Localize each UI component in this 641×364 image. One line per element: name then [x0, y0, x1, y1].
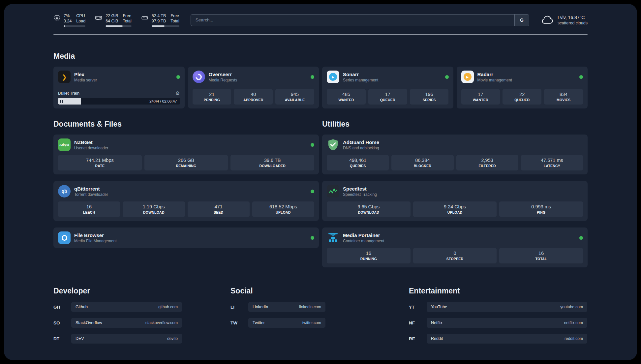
- stat-label: FILTERED: [479, 164, 496, 168]
- bookmark-row-twitter: TW Twitter twitter.com: [230, 318, 325, 328]
- app-subtitle: Media Requests: [209, 77, 237, 83]
- bookmark-abbr: RE: [409, 336, 427, 341]
- stat-label: AVAILABLE: [285, 98, 305, 103]
- stat-label: QUEUED: [514, 98, 530, 103]
- bookmark-link-dev[interactable]: DEV dev.to: [71, 334, 182, 344]
- bookmark-abbr: TW: [230, 320, 248, 325]
- overseerr-icon: [193, 71, 205, 83]
- bookmark-url: netflix.com: [564, 320, 583, 325]
- stat-value: 744.21 Mbps: [86, 157, 114, 164]
- cpu-chip-icon: [53, 14, 61, 21]
- bookmark-url: stackoverflow.com: [145, 320, 178, 325]
- gear-icon[interactable]: ⚙: [175, 91, 180, 96]
- stat-value: 0.993 ms: [531, 204, 551, 210]
- stat-label: WANTED: [339, 98, 354, 103]
- section-title-utilities: Utilities: [322, 120, 588, 129]
- disk-meter: [152, 25, 179, 27]
- cpu-meter-fill: [64, 25, 65, 27]
- app-card-speedtest[interactable]: Speedtest Speedtest Tracking 9.65 Gbps D…: [322, 181, 588, 221]
- app-subtitle: Movie management: [477, 77, 512, 83]
- bookmark-link-stackoverflow[interactable]: StackOverflow stackoverflow.com: [71, 318, 182, 328]
- adguard-icon: [327, 138, 339, 151]
- stat-value: 16: [538, 250, 544, 257]
- app-card-plex[interactable]: ❯ Plex Media server Bullet Train ⚙: [53, 67, 185, 108]
- app-card-nzbget[interactable]: nzbget NZBGet Usenet downloader 744.21 M…: [53, 135, 319, 174]
- bookmark-row-netflix: NF Netflix netflix.com: [409, 318, 587, 328]
- bookmark-link-github[interactable]: Github github.com: [71, 302, 182, 312]
- app-card-portainer[interactable]: Media Portainer Container management 16 …: [322, 228, 588, 267]
- status-dot: [311, 236, 314, 240]
- cloud-icon: [540, 15, 554, 25]
- app-card-qbittorrent[interactable]: qb qBittorrent Torrent downloader 16 LEE…: [53, 181, 319, 221]
- stat-value: 22: [519, 91, 525, 98]
- bookmark-link-linkedin[interactable]: LinkedIn linkedin.com: [248, 302, 325, 312]
- sonarr-icon: ▶: [327, 71, 339, 83]
- app-card-sonarr[interactable]: ▶ Sonarr Series management 485 WANTED 17: [322, 67, 453, 108]
- app-card-radarr[interactable]: ▶ Radarr Movie management 17 WANTED 22: [457, 67, 588, 108]
- bookmark-row-reddit: RE Reddit reddit.com: [409, 334, 587, 344]
- app-card-adguard[interactable]: AdGuard Home DNS and adblocking 498,461 …: [322, 135, 588, 174]
- stat-label: SERIES: [423, 98, 436, 103]
- section-title-developer: Developer: [53, 287, 182, 295]
- app-name: AdGuard Home: [343, 139, 379, 145]
- stat-tile: 17 WANTED: [461, 89, 500, 105]
- stat-tile: 17 QUEUED: [368, 89, 407, 105]
- stat-value: 17: [385, 91, 390, 98]
- stat-tile: 498,461 QUERIES: [327, 155, 389, 170]
- playback-progress-fill: [58, 98, 81, 105]
- stat-tile: 485 WANTED: [327, 89, 366, 105]
- now-playing-title: Bullet Train: [58, 91, 79, 96]
- stat-label: QUERIES: [350, 164, 366, 168]
- stat-tile: 266 GB REMAINING: [144, 155, 228, 170]
- bookmark-abbr: SO: [53, 320, 71, 325]
- playback-progress-bar[interactable]: 24:44 / 02:06:47: [58, 98, 180, 105]
- system-monitors: 7% 3.24 CPU Load: [53, 13, 179, 27]
- status-dot: [311, 75, 314, 79]
- cpu-percent: 7%: [64, 13, 72, 18]
- stat-label: PING: [537, 210, 545, 215]
- section-title-entertainment: Entertainment: [409, 287, 587, 295]
- ram-total: 64 GiB: [106, 18, 118, 24]
- pause-icon[interactable]: [60, 100, 63, 103]
- bookmark-row-stackoverflow: SO StackOverflow stackoverflow.com: [53, 318, 182, 328]
- search-bar: G: [191, 14, 529, 26]
- bookmark-url: github.com: [158, 305, 178, 309]
- stat-tile: 16 LEECH: [58, 201, 120, 217]
- stat-value: 16: [366, 250, 371, 257]
- stat-value: 9.24 Gbps: [444, 204, 466, 210]
- bookmark-link-twitter[interactable]: Twitter twitter.com: [248, 318, 325, 328]
- stat-tile: 834 MOVIES: [544, 89, 583, 105]
- disk-total-label: Total: [170, 18, 179, 24]
- dashboard-board: 7% 3.24 CPU Load: [4, 4, 637, 360]
- stat-tile: 744.21 Mbps RATE: [58, 155, 142, 170]
- header-bar: 7% 3.24 CPU Load: [53, 4, 588, 27]
- cpu-meter: [64, 25, 85, 27]
- stat-tile: 9.24 Gbps UPLOAD: [413, 201, 497, 217]
- app-card-overseerr[interactable]: Overseerr Media Requests 21 PENDING 40 A…: [188, 67, 319, 108]
- radarr-icon: ▶: [461, 71, 474, 83]
- bookmark-abbr: LI: [230, 305, 248, 310]
- status-dot: [579, 236, 583, 240]
- ram-meter-fill: [106, 25, 123, 27]
- stat-label: DOWNLOAD: [358, 210, 380, 215]
- bookmark-abbr: NF: [409, 320, 427, 325]
- weather-condition: scattered clouds: [558, 20, 588, 26]
- app-name: Plex: [74, 71, 97, 77]
- search-input[interactable]: [191, 15, 514, 26]
- bookmark-link-reddit[interactable]: Reddit reddit.com: [427, 334, 587, 344]
- utilities-column: Utilities AdGuard Home DNS and adblocki: [322, 120, 588, 267]
- app-subtitle: Speedtest Tracking: [343, 192, 377, 197]
- stat-label: LATENCY: [544, 164, 560, 168]
- bookmark-link-youtube[interactable]: YouTube youtube.com: [427, 302, 587, 312]
- stat-tile: 16 TOTAL: [499, 248, 583, 263]
- nzbget-icon: nzbget: [58, 138, 71, 151]
- bookmark-url: reddit.com: [565, 336, 583, 341]
- search-engine-button[interactable]: G: [514, 15, 529, 26]
- app-card-filebrowser[interactable]: File Browser Media File Management: [53, 228, 319, 248]
- bookmark-url: youtube.com: [560, 305, 583, 309]
- bookmark-name: Reddit: [431, 336, 443, 341]
- bookmark-link-netflix[interactable]: Netflix netflix.com: [427, 318, 587, 328]
- stat-value: 39.6 TB: [264, 157, 281, 164]
- stat-label: STOPPED: [446, 257, 463, 261]
- bookmark-name: DEV: [76, 336, 84, 341]
